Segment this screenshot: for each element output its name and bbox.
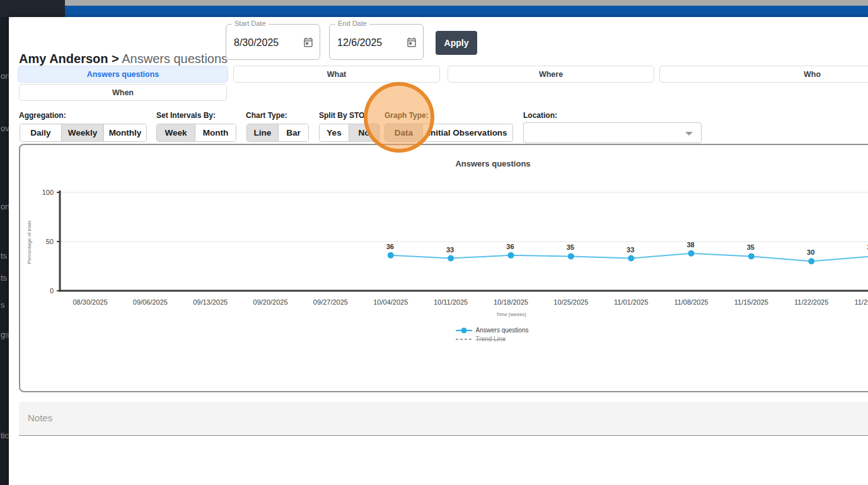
svg-text:09/27/2025: 09/27/2025 <box>313 298 348 306</box>
sidebar-item-fragment[interactable]: tic <box>1 431 9 440</box>
tab-answers-questions[interactable]: Answers questions <box>18 66 228 83</box>
svg-text:36: 36 <box>386 243 394 250</box>
line-chart: Answers questions050100Percentage of tri… <box>20 145 868 391</box>
toggle-group-split-by-sto: YesNo <box>319 124 379 142</box>
svg-text:50: 50 <box>46 238 54 245</box>
toggle-group-aggregation: DailyWeeklyMonthly <box>20 124 147 142</box>
svg-text:Percentage of trials: Percentage of trials <box>26 221 32 264</box>
chart-legend: Answers questionsTrend Line <box>456 327 529 342</box>
control-label-chart-type: Chart Type: <box>246 111 287 120</box>
svg-text:11/01/2025: 11/01/2025 <box>614 298 648 306</box>
top-left-dark-block <box>0 0 65 17</box>
tab-when[interactable]: When <box>19 84 227 101</box>
svg-text:0: 0 <box>50 287 54 295</box>
sidebar-item-fragment[interactable]: ort <box>1 202 9 211</box>
apply-button[interactable]: Apply <box>436 31 477 55</box>
start-date-value[interactable]: 8/30/2025 <box>234 37 279 49</box>
sidebar-item-fragment[interactable]: s <box>1 300 5 310</box>
svg-text:35: 35 <box>747 243 755 251</box>
svg-text:Time (weeks): Time (weeks) <box>496 312 526 317</box>
sidebar-item-fragment[interactable]: gs <box>1 330 9 339</box>
control-label-aggregation: Aggregation: <box>19 111 66 120</box>
svg-text:33: 33 <box>627 246 634 254</box>
toggle-option-monthly[interactable]: Monthly <box>104 124 146 141</box>
toggle-option-daily[interactable]: Daily <box>20 124 62 141</box>
legend-label: Answers questions <box>476 327 529 334</box>
svg-text:10/11/2025: 10/11/2025 <box>434 298 468 306</box>
svg-text:10/04/2025: 10/04/2025 <box>373 298 408 306</box>
svg-text:36: 36 <box>506 243 514 250</box>
tab-where[interactable]: Where <box>448 66 654 83</box>
top-gray-bar <box>65 0 868 6</box>
breadcrumb-separator: > <box>112 52 119 66</box>
svg-text:30: 30 <box>807 248 814 256</box>
toggle-option-month[interactable]: Month <box>195 124 236 141</box>
tab-what[interactable]: What <box>233 66 440 83</box>
toggle-option-weekly[interactable]: Weekly <box>62 124 104 141</box>
notes-placeholder: Notes <box>28 412 52 423</box>
end-date-label: End Date <box>335 20 369 27</box>
top-blue-nav-bar <box>65 6 868 17</box>
end-date-value[interactable]: 12/6/2025 <box>337 37 382 49</box>
svg-text:10/25/2025: 10/25/2025 <box>553 298 588 306</box>
toggle-option-yes[interactable]: Yes <box>320 124 349 141</box>
toggle-option-data[interactable]: Data <box>385 124 423 141</box>
sidebar-item-fragment[interactable]: ovi <box>1 124 9 133</box>
chart-container: Answers questions050100Percentage of tri… <box>19 144 868 392</box>
toggle-group-set-intervals-by: WeekMonth <box>156 124 236 142</box>
legend-marker-icon <box>456 327 472 334</box>
tab-who[interactable]: Who <box>659 66 868 83</box>
breadcrumb: Amy Anderson > Answers questions <box>19 52 228 66</box>
svg-text:11/08/2025: 11/08/2025 <box>674 298 708 306</box>
control-label-set-intervals-by: Set Intervals By: <box>156 111 216 120</box>
toggle-option-bar[interactable]: Bar <box>279 124 308 141</box>
patient-name: Amy Anderson <box>19 52 108 66</box>
content-panel: Amy Anderson > Answers questions Start D… <box>9 17 868 485</box>
sidebar-item-fragment[interactable]: ts <box>1 273 7 283</box>
toggle-option-no[interactable]: No <box>349 124 379 141</box>
calendar-icon[interactable] <box>406 37 417 50</box>
calendar-icon[interactable] <box>303 37 314 50</box>
toggle-group-chart-type: LineBar <box>246 124 309 142</box>
svg-text:33: 33 <box>446 246 454 254</box>
svg-text:10/18/2025: 10/18/2025 <box>494 298 528 306</box>
svg-text:09/06/2025: 09/06/2025 <box>133 298 168 306</box>
svg-text:Answers questions: Answers questions <box>455 159 530 168</box>
svg-text:09/20/2025: 09/20/2025 <box>253 298 288 306</box>
legend-label: Trend Line <box>476 336 506 342</box>
svg-text:38: 38 <box>686 241 694 248</box>
end-date-field[interactable]: End Date 12/6/2025 <box>329 24 424 60</box>
legend-item-trend-line[interactable]: Trend Line <box>456 336 529 342</box>
legend-marker-icon <box>456 336 472 342</box>
svg-text:08/30/2025: 08/30/2025 <box>72 298 107 306</box>
control-label-split-by-sto: Split By STO: <box>319 111 367 120</box>
toggle-option-line[interactable]: Line <box>247 124 279 141</box>
control-label-graph-type: Graph Type: <box>385 111 429 120</box>
svg-text:11/22/2025: 11/22/2025 <box>794 298 828 306</box>
start-date-field[interactable]: Start Date 8/30/2025 <box>226 24 320 60</box>
location-select[interactable] <box>523 122 702 143</box>
svg-text:11/15/2025: 11/15/2025 <box>734 298 768 306</box>
svg-text:11/29/2025: 11/29/2025 <box>854 298 868 306</box>
chevron-down-icon <box>685 132 693 136</box>
sidebar-item-fragment[interactable]: ors <box>1 71 9 81</box>
start-date-label: Start Date <box>232 20 269 27</box>
notes-input[interactable]: Notes <box>19 402 868 436</box>
svg-text:35: 35 <box>567 243 574 251</box>
legend-item-answers-questions[interactable]: Answers questions <box>456 327 529 334</box>
toggle-group-graph-type: DataInitial Observations <box>385 124 513 142</box>
toggle-option-week[interactable]: Week <box>157 124 195 141</box>
program-title: Answers questions <box>122 52 228 66</box>
sidebar-item-fragment[interactable]: ts <box>1 251 7 260</box>
svg-text:09/13/2025: 09/13/2025 <box>193 298 228 306</box>
left-sidebar: orsoviorttstssgstic <box>0 17 9 485</box>
toggle-option-initial-observations[interactable]: Initial Observations <box>423 124 512 141</box>
location-label: Location: <box>523 111 557 120</box>
svg-text:100: 100 <box>42 189 54 196</box>
